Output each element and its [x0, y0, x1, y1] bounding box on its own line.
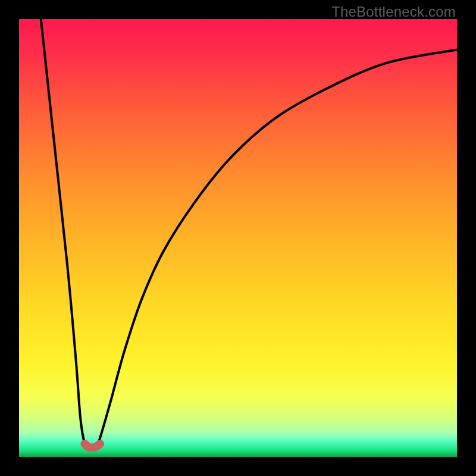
gradient-background — [19, 19, 457, 457]
watermark-text: TheBottleneck.com — [331, 4, 456, 20]
bottleneck-chart — [19, 19, 457, 457]
chart-frame — [19, 19, 457, 457]
optimal-marker — [84, 444, 100, 448]
